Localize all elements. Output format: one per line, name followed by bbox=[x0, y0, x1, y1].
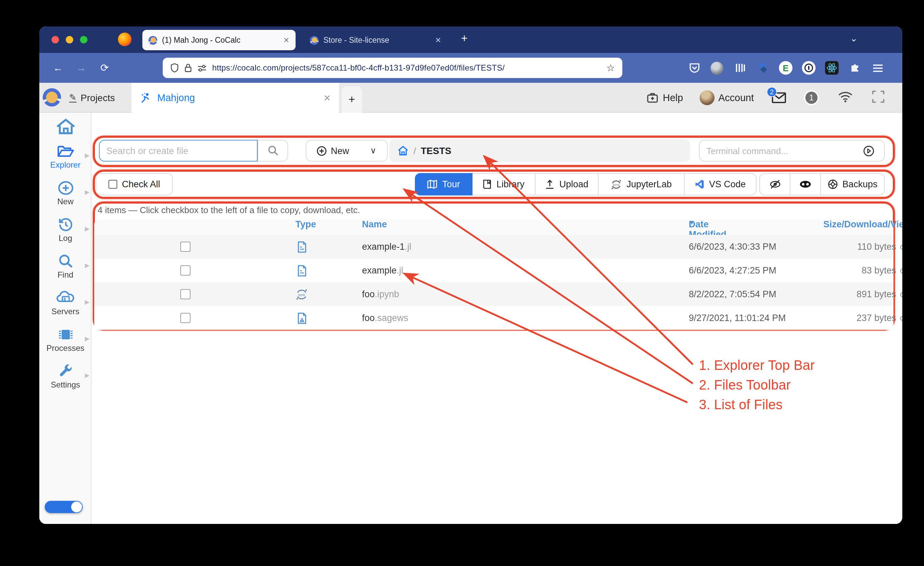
sidebar-item-settings[interactable]: Settings ▶ bbox=[39, 364, 92, 398]
sidebar-label: Explorer bbox=[50, 160, 80, 170]
file-name[interactable]: foo.sagews bbox=[362, 306, 408, 330]
table-row[interactable]: ipynb foo.ipynb 8/2/2022, 7:05:54 PM 891… bbox=[94, 282, 894, 306]
site-permissions-icon[interactable] bbox=[197, 64, 207, 72]
onepassword-icon[interactable] bbox=[802, 61, 816, 75]
sidebar-toggle[interactable] bbox=[45, 501, 83, 513]
table-row[interactable]: foo.sagews 9/27/2021, 11:01:24 PM 237 by… bbox=[94, 306, 894, 330]
url-text[interactable]: https://cocalc.com/projects/587cca11-bf0… bbox=[212, 63, 601, 72]
column-header-size[interactable]: Size/Download/View bbox=[772, 219, 902, 229]
zoom-window-button[interactable] bbox=[80, 36, 87, 44]
help-button[interactable]: Help bbox=[646, 92, 683, 104]
column-header-type[interactable]: Type bbox=[285, 219, 326, 229]
home-icon[interactable] bbox=[397, 145, 409, 156]
library-button[interactable]: Library bbox=[472, 173, 536, 196]
browser-tab-cocalc[interactable]: (1) Mah Jong - CoCalc ✕ bbox=[142, 30, 296, 50]
new-file-dropdown-button[interactable]: ∨ bbox=[359, 140, 388, 161]
firefox-tabbar: (1) Mah Jong - CoCalc ✕ Store - Site-lic… bbox=[39, 27, 902, 53]
row-checkbox[interactable] bbox=[180, 265, 190, 275]
file-size[interactable]: 83 bytes bbox=[772, 259, 902, 282]
minimize-window-button[interactable] bbox=[66, 36, 73, 44]
row-checkbox[interactable] bbox=[180, 242, 190, 252]
cocalc-logo[interactable] bbox=[43, 88, 61, 107]
flyout-arrow-icon[interactable]: ▶ bbox=[85, 225, 90, 232]
row-checkbox[interactable] bbox=[180, 313, 190, 323]
notification-count: 1 bbox=[804, 90, 819, 105]
tab-list-chevron-icon[interactable]: ⌄ bbox=[850, 33, 858, 44]
extensions-puzzle-icon[interactable] bbox=[848, 61, 862, 75]
tracking-protection-shield-icon[interactable] bbox=[170, 63, 179, 72]
back-icon[interactable]: ← bbox=[53, 61, 63, 75]
profile-avatar-icon[interactable] bbox=[711, 62, 723, 74]
cloud-download-icon[interactable] bbox=[900, 242, 902, 251]
table-row[interactable]: example-1.jl 6/6/2023, 4:30:33 PM 110 by… bbox=[94, 235, 894, 259]
bookmark-star-icon[interactable]: ☆ bbox=[606, 62, 615, 73]
browser-tab-store[interactable]: Store - Site-license ✕ bbox=[304, 30, 447, 50]
flyout-arrow-icon[interactable]: ▶ bbox=[85, 372, 90, 379]
flyout-arrow-icon[interactable]: ▶ bbox=[85, 189, 90, 196]
account-button[interactable]: Account bbox=[699, 90, 754, 105]
breadcrumb-current-folder[interactable]: TESTS bbox=[421, 145, 451, 156]
hamburger-menu-icon[interactable] bbox=[871, 61, 885, 75]
fullscreen-icon[interactable] bbox=[872, 90, 885, 105]
tour-button[interactable]: Tour bbox=[415, 173, 472, 196]
flyout-arrow-icon[interactable]: ▶ bbox=[85, 262, 90, 269]
project-tab-mahjong[interactable]: Mahjong ✕ bbox=[132, 83, 339, 113]
terminal-command-input[interactable] bbox=[699, 140, 854, 161]
file-name[interactable]: example.jl bbox=[362, 259, 404, 282]
pocket-icon[interactable] bbox=[687, 61, 701, 75]
mail-badge: 2 bbox=[767, 87, 777, 97]
column-header-name[interactable]: Name bbox=[362, 219, 387, 229]
close-window-button[interactable] bbox=[51, 36, 59, 44]
new-label: New bbox=[331, 146, 349, 156]
cloud-download-icon[interactable] bbox=[900, 266, 902, 275]
backups-button[interactable]: Backups bbox=[821, 173, 885, 196]
row-checkbox[interactable] bbox=[180, 289, 190, 299]
new-project-tab-button[interactable]: + bbox=[342, 86, 362, 113]
project-home-button[interactable] bbox=[39, 118, 92, 136]
check-all-button[interactable]: Check All bbox=[96, 173, 173, 196]
new-file-button[interactable]: New bbox=[306, 140, 360, 161]
search-button[interactable] bbox=[258, 140, 288, 161]
cloud-download-icon[interactable] bbox=[900, 313, 902, 322]
sidebar-item-log[interactable]: Log ▶ bbox=[39, 217, 92, 251]
sidebar-item-processes[interactable]: Processes ▶ bbox=[39, 327, 92, 361]
file-size[interactable]: 110 bytes bbox=[772, 235, 902, 259]
lock-icon[interactable] bbox=[184, 63, 192, 72]
search-input[interactable] bbox=[99, 140, 258, 161]
wifi-icon[interactable] bbox=[838, 90, 853, 105]
file-size[interactable]: 237 bytes bbox=[772, 306, 902, 330]
run-terminal-command-button[interactable] bbox=[853, 140, 885, 161]
notifications-button[interactable]: 1 bbox=[804, 90, 819, 105]
file-name[interactable]: example-1.jl bbox=[362, 235, 411, 259]
flyout-arrow-icon[interactable]: ▶ bbox=[85, 299, 90, 306]
file-name[interactable]: foo.ipynb bbox=[362, 282, 399, 306]
url-bar[interactable]: https://cocalc.com/projects/587cca11-bf0… bbox=[163, 58, 622, 78]
flyout-arrow-icon[interactable]: ▶ bbox=[85, 152, 90, 159]
fence-extension-icon[interactable] bbox=[733, 61, 746, 75]
forward-icon[interactable]: → bbox=[76, 61, 86, 75]
sidebar-item-find[interactable]: Find ▶ bbox=[39, 254, 92, 288]
file-size[interactable]: 891 bytes bbox=[772, 282, 902, 306]
puzzle-blue-extension-icon[interactable] bbox=[756, 61, 770, 75]
upload-button[interactable]: Upload bbox=[536, 173, 598, 196]
sidebar-item-new[interactable]: New ▶ bbox=[39, 181, 92, 214]
sidebar-item-explorer[interactable]: Explorer ▶ bbox=[39, 144, 92, 178]
hidden-files-button[interactable] bbox=[759, 173, 790, 196]
close-project-tab-icon[interactable]: ✕ bbox=[323, 93, 331, 103]
table-row[interactable]: example.jl 6/6/2023, 4:27:25 PM 83 bytes bbox=[94, 259, 894, 282]
masked-files-button[interactable] bbox=[790, 173, 821, 196]
react-devtools-icon[interactable] bbox=[825, 61, 838, 75]
cloud-download-icon[interactable] bbox=[900, 290, 902, 299]
close-tab-icon[interactable]: ✕ bbox=[435, 36, 441, 44]
flyout-arrow-icon[interactable]: ▶ bbox=[85, 335, 90, 342]
new-tab-button[interactable]: + bbox=[461, 32, 468, 45]
messages-button[interactable]: 2 bbox=[771, 92, 786, 104]
search-icon bbox=[57, 254, 74, 269]
close-tab-icon[interactable]: ✕ bbox=[284, 36, 290, 44]
e-extension-icon[interactable]: E bbox=[779, 61, 792, 75]
vscode-button[interactable]: VS Code bbox=[685, 173, 756, 196]
sidebar-item-servers[interactable]: Servers ▶ bbox=[39, 291, 92, 324]
jupyterlab-button[interactable]: ipynb JupyterLab bbox=[598, 173, 685, 196]
projects-button[interactable]: ✎ Projects bbox=[69, 83, 115, 113]
reload-icon[interactable]: ⟳ bbox=[100, 61, 109, 75]
